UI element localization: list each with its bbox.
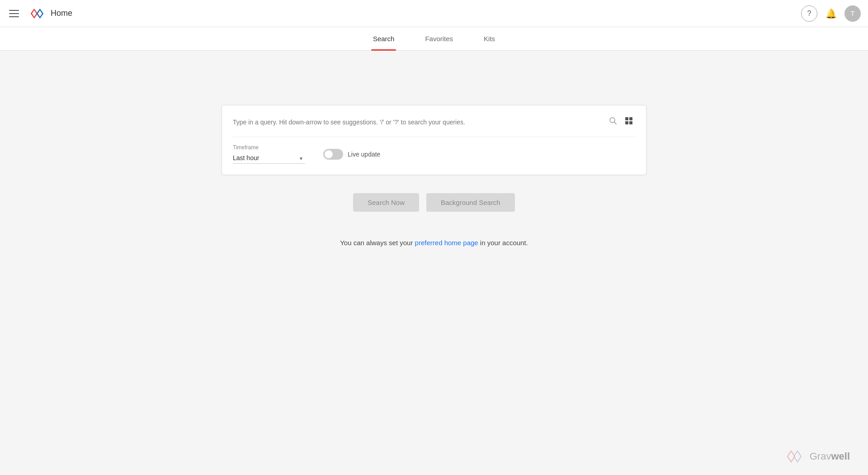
background-search-button[interactable]: Background Search — [426, 193, 515, 212]
live-update-toggle-row: Live update — [323, 149, 380, 160]
live-update-label: Live update — [348, 151, 380, 158]
timeframe-select[interactable]: Last hour Last 24 hours Last 7 days Last… — [233, 152, 305, 164]
footer-text: You can always set your preferred home p… — [340, 239, 528, 247]
watermark-logo-icon — [783, 449, 805, 464]
search-now-button[interactable]: Search Now — [353, 193, 419, 212]
logo-container: Home — [28, 7, 72, 20]
topbar-right: ? 🔔 T — [801, 5, 861, 22]
main-content: Timeframe Last hour Last 24 hours Last 7… — [0, 51, 868, 247]
topbar: Home ? 🔔 T — [0, 0, 868, 27]
preferred-home-page-link[interactable]: preferred home page — [415, 239, 478, 247]
grid-icon[interactable] — [623, 114, 635, 129]
footer-text-after: in your account. — [478, 239, 528, 247]
avatar-icon[interactable]: T — [844, 5, 861, 22]
svg-rect-4 — [625, 117, 628, 120]
search-icon[interactable] — [607, 115, 619, 129]
watermark-text: Gravwell — [810, 451, 850, 462]
live-update-toggle[interactable] — [323, 149, 343, 160]
svg-rect-6 — [625, 121, 628, 124]
tabs-bar: Search Favorites Kits — [0, 27, 868, 51]
search-options-row: Timeframe Last hour Last 24 hours Last 7… — [233, 144, 635, 164]
svg-rect-7 — [629, 121, 632, 124]
page-title: Home — [51, 9, 72, 18]
svg-marker-1 — [37, 9, 43, 17]
topbar-left: Home — [7, 7, 72, 20]
logo-icon — [28, 7, 46, 20]
svg-rect-5 — [629, 117, 632, 120]
tab-search[interactable]: Search — [371, 27, 396, 51]
timeframe-group: Timeframe Last hour Last 24 hours Last 7… — [233, 144, 305, 164]
action-buttons: Search Now Background Search — [353, 193, 514, 212]
search-input-row — [233, 114, 635, 137]
search-card: Timeframe Last hour Last 24 hours Last 7… — [222, 105, 646, 175]
svg-marker-0 — [31, 9, 37, 17]
timeframe-label: Timeframe — [233, 144, 305, 151]
hamburger-icon[interactable] — [7, 8, 21, 19]
footer-text-before: You can always set your — [340, 239, 415, 247]
help-icon[interactable]: ? — [801, 5, 817, 22]
tab-favorites[interactable]: Favorites — [423, 27, 455, 51]
search-input[interactable] — [233, 119, 604, 126]
gravwell-watermark: Gravwell — [783, 449, 850, 464]
timeframe-wrapper: Last hour Last 24 hours Last 7 days Last… — [233, 152, 305, 164]
bell-icon[interactable]: 🔔 — [823, 5, 839, 22]
tab-kits[interactable]: Kits — [482, 27, 497, 51]
svg-line-3 — [614, 122, 617, 124]
